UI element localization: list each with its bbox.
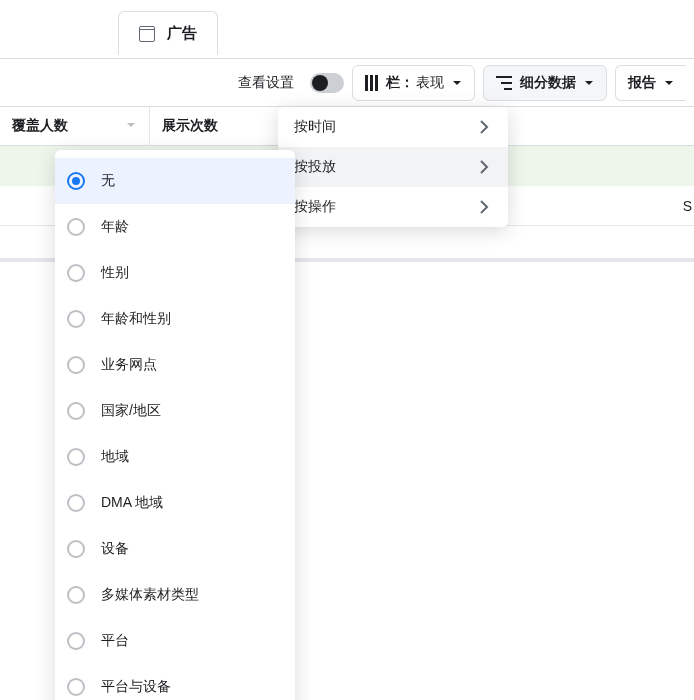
option-label: 性别 <box>101 264 129 282</box>
radio-icon <box>67 356 85 374</box>
breakdown-option-platform-device[interactable]: 平台与设备 <box>55 664 295 700</box>
chevron-right-icon <box>476 119 492 135</box>
option-label: 年龄和性别 <box>101 310 171 328</box>
breakdown-option-business[interactable]: 业务网点 <box>55 342 295 388</box>
breakdown-options-panel: 无 年龄 性别 年龄和性别 业务网点 国家/地区 地域 DMA 地域 <box>55 150 295 700</box>
breakdown-option-age-gender[interactable]: 年龄和性别 <box>55 296 295 342</box>
report-label: 报告 <box>628 74 656 92</box>
col-reach[interactable]: 覆盖人数 <box>0 107 150 145</box>
radio-icon <box>67 310 85 328</box>
breakdown-option-region[interactable]: 地域 <box>55 434 295 480</box>
submenu-label: 按投放 <box>294 158 336 176</box>
chevron-right-icon <box>476 199 492 215</box>
breakdown-button[interactable]: 细分数据 <box>483 65 607 101</box>
breakdown-option-country[interactable]: 国家/地区 <box>55 388 295 434</box>
radio-icon <box>67 678 85 696</box>
breakdown-option-platform[interactable]: 平台 <box>55 618 295 664</box>
window-icon <box>139 26 155 42</box>
chevron-right-icon <box>476 159 492 175</box>
tab-label: 广告 <box>167 24 197 43</box>
breakdown-submenu: 按时间 按投放 按操作 <box>278 107 508 227</box>
option-label: 地域 <box>101 448 129 466</box>
radio-icon <box>67 540 85 558</box>
radio-icon <box>67 218 85 236</box>
caret-down-icon <box>452 78 462 88</box>
breakdown-label: 细分数据 <box>520 74 576 92</box>
option-label: 业务网点 <box>101 356 157 374</box>
report-button[interactable]: 报告 <box>615 65 686 101</box>
submenu-item-by-delivery[interactable]: 按投放 <box>278 147 508 187</box>
submenu-label: 按操作 <box>294 198 336 216</box>
submenu-item-by-time[interactable]: 按时间 <box>278 107 508 147</box>
radio-icon <box>67 448 85 466</box>
columns-icon <box>365 75 378 91</box>
toggle-knob <box>312 75 328 91</box>
breakdown-option-media-type[interactable]: 多媒体素材类型 <box>55 572 295 618</box>
breakdown-option-device[interactable]: 设备 <box>55 526 295 572</box>
option-label: DMA 地域 <box>101 494 163 512</box>
toolbar: 查看设置 栏：表现 细分数据 报告 <box>0 58 694 106</box>
col-impressions-label: 展示次数 <box>162 117 218 135</box>
radio-icon <box>67 632 85 650</box>
breakdown-option-none[interactable]: 无 <box>55 158 295 204</box>
submenu-label: 按时间 <box>294 118 336 136</box>
option-label: 国家/地区 <box>101 402 161 420</box>
option-label: 多媒体素材类型 <box>101 586 199 604</box>
option-label: 无 <box>101 172 115 190</box>
submenu-item-by-action[interactable]: 按操作 <box>278 187 508 227</box>
radio-icon <box>67 494 85 512</box>
row-partial-text: S <box>683 186 692 226</box>
option-label: 平台 <box>101 632 129 650</box>
columns-label: 栏：表现 <box>386 74 444 92</box>
tab-ads[interactable]: 广告 <box>118 11 218 55</box>
breakdown-option-dma[interactable]: DMA 地域 <box>55 480 295 526</box>
col-impressions[interactable]: 展示次数 <box>150 107 295 145</box>
radio-icon <box>67 264 85 282</box>
radio-icon <box>67 586 85 604</box>
caret-down-icon <box>664 78 674 88</box>
caret-down-icon <box>584 78 594 88</box>
col-reach-label: 覆盖人数 <box>12 117 68 135</box>
radio-icon <box>67 402 85 420</box>
view-settings-label: 查看设置 <box>234 65 298 101</box>
sort-caret-icon <box>125 118 137 134</box>
breakdown-icon <box>496 76 512 90</box>
option-label: 设备 <box>101 540 129 558</box>
option-label: 年龄 <box>101 218 129 236</box>
view-settings-toggle[interactable] <box>310 73 344 93</box>
option-label: 平台与设备 <box>101 678 171 696</box>
breakdown-option-age[interactable]: 年龄 <box>55 204 295 250</box>
breakdown-option-gender[interactable]: 性别 <box>55 250 295 296</box>
radio-icon <box>67 172 85 190</box>
columns-button[interactable]: 栏：表现 <box>352 65 475 101</box>
